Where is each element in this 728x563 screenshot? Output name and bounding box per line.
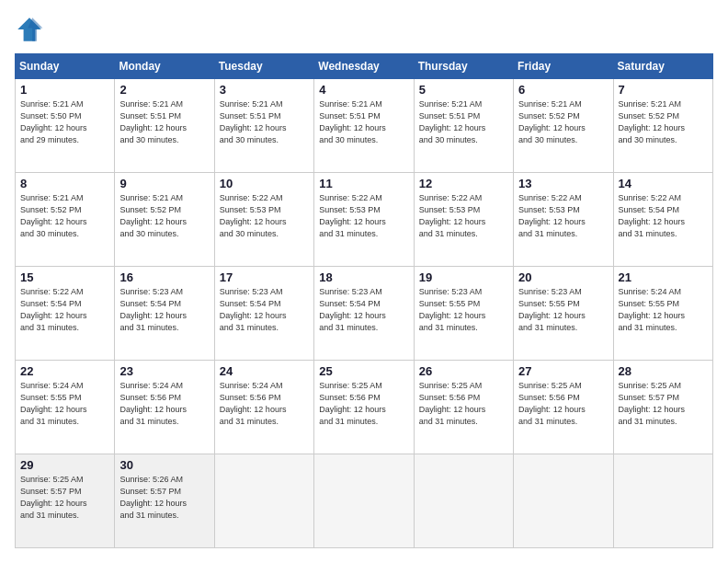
calendar-cell: 7Sunrise: 5:21 AMSunset: 5:52 PMDaylight… xyxy=(613,79,712,173)
cell-info: Sunrise: 5:23 AMSunset: 5:54 PMDaylight:… xyxy=(220,286,309,334)
calendar-cell: 6Sunrise: 5:21 AMSunset: 5:52 PMDaylight… xyxy=(514,79,613,173)
calendar-week-row: 29Sunrise: 5:25 AMSunset: 5:57 PMDayligh… xyxy=(16,454,713,548)
day-of-week-header: Thursday xyxy=(414,54,513,79)
cell-info: Sunrise: 5:22 AMSunset: 5:53 PMDaylight:… xyxy=(220,192,309,240)
cell-info: Sunrise: 5:21 AMSunset: 5:50 PMDaylight:… xyxy=(20,98,109,146)
day-number: 28 xyxy=(619,364,708,378)
cell-info: Sunrise: 5:22 AMSunset: 5:53 PMDaylight:… xyxy=(518,192,608,240)
calendar-cell: 15Sunrise: 5:22 AMSunset: 5:54 PMDayligh… xyxy=(16,267,115,361)
calendar-cell: 26Sunrise: 5:25 AMSunset: 5:56 PMDayligh… xyxy=(414,361,513,454)
day-number: 6 xyxy=(518,83,608,97)
calendar-cell xyxy=(514,454,613,548)
calendar-cell: 16Sunrise: 5:23 AMSunset: 5:54 PMDayligh… xyxy=(115,267,214,361)
calendar-cell xyxy=(314,454,414,548)
cell-info: Sunrise: 5:22 AMSunset: 5:54 PMDaylight:… xyxy=(619,192,708,240)
calendar-week-row: 15Sunrise: 5:22 AMSunset: 5:54 PMDayligh… xyxy=(16,267,713,361)
calendar-cell xyxy=(414,454,513,548)
day-number: 16 xyxy=(119,270,209,284)
calendar-week-row: 8Sunrise: 5:21 AMSunset: 5:52 PMDaylight… xyxy=(16,173,713,267)
calendar-cell: 10Sunrise: 5:22 AMSunset: 5:53 PMDayligh… xyxy=(214,173,313,267)
calendar-cell: 9Sunrise: 5:21 AMSunset: 5:52 PMDaylight… xyxy=(115,173,214,267)
cell-info: Sunrise: 5:21 AMSunset: 5:51 PMDaylight:… xyxy=(119,98,209,146)
day-number: 9 xyxy=(119,177,209,190)
day-number: 5 xyxy=(419,83,508,97)
cell-info: Sunrise: 5:25 AMSunset: 5:57 PMDaylight:… xyxy=(619,380,708,428)
cell-info: Sunrise: 5:21 AMSunset: 5:51 PMDaylight:… xyxy=(419,98,508,146)
day-of-week-header: Tuesday xyxy=(214,54,313,79)
day-number: 27 xyxy=(518,364,608,378)
cell-info: Sunrise: 5:21 AMSunset: 5:52 PMDaylight:… xyxy=(518,98,608,146)
calendar-cell: 4Sunrise: 5:21 AMSunset: 5:51 PMDaylight… xyxy=(314,79,414,173)
calendar-cell: 5Sunrise: 5:21 AMSunset: 5:51 PMDaylight… xyxy=(414,79,513,173)
day-number: 11 xyxy=(319,177,408,190)
calendar-cell: 18Sunrise: 5:23 AMSunset: 5:54 PMDayligh… xyxy=(314,267,414,361)
day-number: 24 xyxy=(220,364,309,378)
day-number: 23 xyxy=(119,364,209,378)
day-number: 18 xyxy=(319,270,408,284)
day-number: 7 xyxy=(619,83,708,97)
day-number: 29 xyxy=(20,458,109,472)
day-number: 30 xyxy=(119,458,209,472)
cell-info: Sunrise: 5:24 AMSunset: 5:56 PMDaylight:… xyxy=(220,380,309,428)
day-of-week-header: Sunday xyxy=(16,54,115,79)
day-number: 21 xyxy=(619,270,708,284)
calendar-cell: 30Sunrise: 5:26 AMSunset: 5:57 PMDayligh… xyxy=(115,454,214,548)
page: SundayMondayTuesdayWednesdayThursdayFrid… xyxy=(0,0,728,563)
cell-info: Sunrise: 5:21 AMSunset: 5:52 PMDaylight:… xyxy=(20,192,109,240)
cell-info: Sunrise: 5:22 AMSunset: 5:53 PMDaylight:… xyxy=(319,192,408,240)
calendar-cell: 14Sunrise: 5:22 AMSunset: 5:54 PMDayligh… xyxy=(613,173,712,267)
calendar-cell: 8Sunrise: 5:21 AMSunset: 5:52 PMDaylight… xyxy=(16,173,115,267)
calendar-cell: 28Sunrise: 5:25 AMSunset: 5:57 PMDayligh… xyxy=(613,361,712,454)
calendar-cell: 12Sunrise: 5:22 AMSunset: 5:53 PMDayligh… xyxy=(414,173,513,267)
cell-info: Sunrise: 5:21 AMSunset: 5:51 PMDaylight:… xyxy=(220,98,309,146)
calendar-cell xyxy=(613,454,712,548)
day-number: 4 xyxy=(319,83,408,97)
logo xyxy=(15,15,48,44)
cell-info: Sunrise: 5:23 AMSunset: 5:54 PMDaylight:… xyxy=(119,286,209,334)
calendar-week-row: 1Sunrise: 5:21 AMSunset: 5:50 PMDaylight… xyxy=(16,79,713,173)
calendar-cell: 25Sunrise: 5:25 AMSunset: 5:56 PMDayligh… xyxy=(314,361,414,454)
calendar-cell xyxy=(214,454,313,548)
day-number: 20 xyxy=(518,270,608,284)
header xyxy=(15,15,713,44)
day-number: 19 xyxy=(419,270,508,284)
cell-info: Sunrise: 5:23 AMSunset: 5:54 PMDaylight:… xyxy=(319,286,408,334)
day-of-week-header: Friday xyxy=(514,54,613,79)
svg-marker-0 xyxy=(17,17,41,41)
logo-icon xyxy=(15,15,44,44)
cell-info: Sunrise: 5:22 AMSunset: 5:53 PMDaylight:… xyxy=(419,192,508,240)
day-number: 12 xyxy=(419,177,508,190)
day-number: 2 xyxy=(119,83,209,97)
calendar-cell: 2Sunrise: 5:21 AMSunset: 5:51 PMDaylight… xyxy=(115,79,214,173)
cell-info: Sunrise: 5:25 AMSunset: 5:56 PMDaylight:… xyxy=(518,380,608,428)
calendar-week-row: 22Sunrise: 5:24 AMSunset: 5:55 PMDayligh… xyxy=(16,361,713,454)
day-number: 8 xyxy=(20,177,109,190)
day-of-week-header: Saturday xyxy=(613,54,712,79)
cell-info: Sunrise: 5:25 AMSunset: 5:57 PMDaylight:… xyxy=(20,474,109,522)
day-number: 13 xyxy=(518,177,608,190)
cell-info: Sunrise: 5:24 AMSunset: 5:56 PMDaylight:… xyxy=(119,380,209,428)
calendar-cell: 1Sunrise: 5:21 AMSunset: 5:50 PMDaylight… xyxy=(16,79,115,173)
cell-info: Sunrise: 5:23 AMSunset: 5:55 PMDaylight:… xyxy=(419,286,508,334)
day-number: 10 xyxy=(220,177,309,190)
calendar-cell: 17Sunrise: 5:23 AMSunset: 5:54 PMDayligh… xyxy=(214,267,313,361)
calendar-header-row: SundayMondayTuesdayWednesdayThursdayFrid… xyxy=(16,54,713,79)
day-of-week-header: Monday xyxy=(115,54,214,79)
cell-info: Sunrise: 5:24 AMSunset: 5:55 PMDaylight:… xyxy=(20,380,109,428)
cell-info: Sunrise: 5:24 AMSunset: 5:55 PMDaylight:… xyxy=(619,286,708,334)
day-number: 3 xyxy=(220,83,309,97)
calendar-cell: 27Sunrise: 5:25 AMSunset: 5:56 PMDayligh… xyxy=(514,361,613,454)
day-of-week-header: Wednesday xyxy=(314,54,414,79)
cell-info: Sunrise: 5:21 AMSunset: 5:51 PMDaylight:… xyxy=(319,98,408,146)
calendar-cell: 13Sunrise: 5:22 AMSunset: 5:53 PMDayligh… xyxy=(514,173,613,267)
calendar-cell: 11Sunrise: 5:22 AMSunset: 5:53 PMDayligh… xyxy=(314,173,414,267)
cell-info: Sunrise: 5:21 AMSunset: 5:52 PMDaylight:… xyxy=(119,192,209,240)
day-number: 1 xyxy=(20,83,109,97)
day-number: 14 xyxy=(619,177,708,190)
calendar-cell: 19Sunrise: 5:23 AMSunset: 5:55 PMDayligh… xyxy=(414,267,513,361)
cell-info: Sunrise: 5:26 AMSunset: 5:57 PMDaylight:… xyxy=(119,474,209,522)
cell-info: Sunrise: 5:22 AMSunset: 5:54 PMDaylight:… xyxy=(20,286,109,334)
calendar-cell: 24Sunrise: 5:24 AMSunset: 5:56 PMDayligh… xyxy=(214,361,313,454)
calendar-cell: 23Sunrise: 5:24 AMSunset: 5:56 PMDayligh… xyxy=(115,361,214,454)
cell-info: Sunrise: 5:23 AMSunset: 5:55 PMDaylight:… xyxy=(518,286,608,334)
